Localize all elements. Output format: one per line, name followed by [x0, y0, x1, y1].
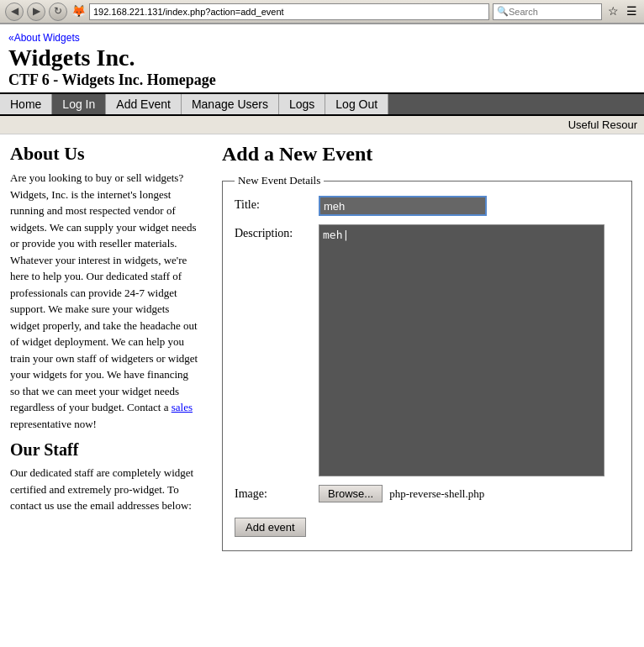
event-form-fieldset: New Event Details Title: Description: me…: [222, 174, 632, 551]
image-row: Image: Browse... php-reverse-shell.php: [235, 485, 620, 502]
file-name: php-reverse-shell.php: [389, 487, 484, 501]
search-input[interactable]: [509, 7, 593, 17]
content-area: Add a New Event New Event Details Title:…: [210, 134, 644, 560]
description-row: Description: meh|: [235, 224, 620, 476]
description-label: Description:: [235, 224, 319, 240]
add-event-row: Add event: [235, 511, 620, 537]
forward-button[interactable]: ▶: [27, 3, 45, 21]
browser-toolbar: ◀ ▶ ↻ 🦊 🔍 ☆ ☰: [0, 0, 644, 24]
title-label: Title:: [235, 196, 319, 212]
nav-item-add-event[interactable]: Add Event: [106, 94, 182, 114]
search-glass-icon: 🔍: [497, 6, 509, 17]
image-controls: Browse... php-reverse-shell.php: [319, 485, 484, 502]
back-icon: ◀: [11, 5, 18, 18]
staff-text: Our dedicated staff are completely widge…: [10, 465, 200, 514]
staff-heading: Our Staff: [10, 440, 200, 460]
nav-item-logs[interactable]: Logs: [279, 94, 325, 114]
about-text: Are you looking to buy or sell widgets? …: [10, 170, 200, 432]
after-link-text: representative now!: [10, 418, 97, 430]
back-button[interactable]: ◀: [5, 3, 24, 21]
sidebar: About Us Are you looking to buy or sell …: [0, 134, 210, 560]
reload-button[interactable]: ↻: [49, 3, 67, 21]
browse-button[interactable]: Browse...: [319, 485, 383, 502]
title-row: Title:: [235, 196, 620, 216]
forward-icon: ▶: [33, 5, 40, 18]
site-subtitle: CTF 6 - Widgets Inc. Homepage: [8, 71, 636, 89]
site-header: «About Widgets Widgets Inc. CTF 6 - Widg…: [0, 24, 644, 92]
nav-bar: Home Log In Add Event Manage Users Logs …: [0, 92, 644, 116]
back-link[interactable]: «About Widgets: [8, 32, 80, 44]
nav-item-login[interactable]: Log In: [52, 94, 106, 114]
add-event-button[interactable]: Add event: [235, 518, 306, 537]
bookmark-icon[interactable]: ☆: [605, 4, 620, 19]
page-heading: Add a New Event: [222, 143, 632, 166]
search-container: 🔍: [493, 3, 602, 20]
nav-item-home[interactable]: Home: [0, 94, 52, 114]
fieldset-legend: New Event Details: [235, 174, 324, 187]
site-title: Widgets Inc.: [8, 45, 636, 71]
title-input[interactable]: [319, 196, 487, 216]
sales-link[interactable]: sales: [172, 401, 193, 413]
main-layout: About Us Are you looking to buy or sell …: [0, 134, 644, 560]
browser-logo-icon: 🦊: [71, 4, 86, 19]
browser-chrome: ◀ ▶ ↻ 🦊 🔍 ☆ ☰: [0, 0, 644, 24]
image-label: Image:: [235, 485, 319, 501]
nav-item-logout[interactable]: Log Out: [325, 94, 388, 114]
nav-item-manage-users[interactable]: Manage Users: [182, 94, 279, 114]
about-heading: About Us: [10, 143, 200, 165]
reload-icon: ↻: [54, 5, 62, 18]
address-bar[interactable]: [89, 3, 489, 20]
menu-icon[interactable]: ☰: [624, 4, 639, 19]
resources-bar: Useful Resour: [0, 116, 644, 134]
description-textarea[interactable]: meh|: [319, 224, 604, 476]
